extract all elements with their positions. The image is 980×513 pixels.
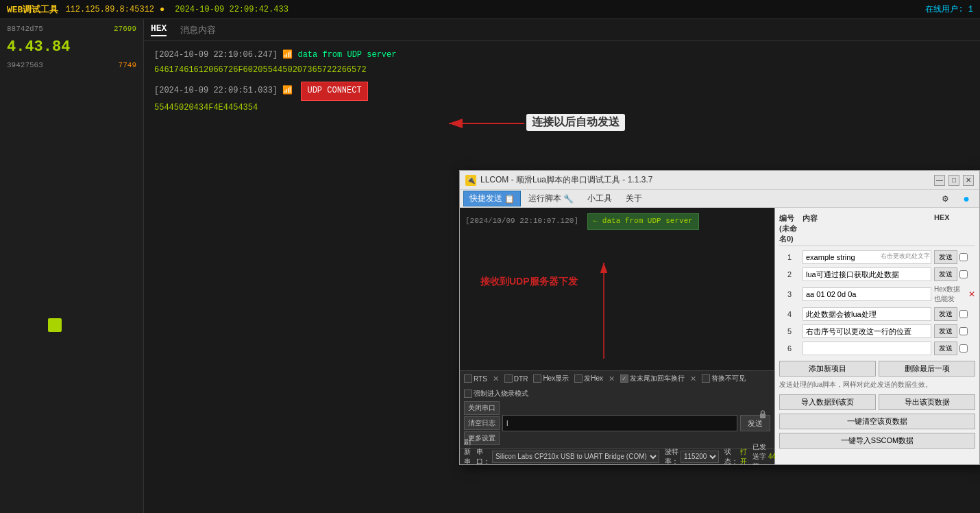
- clear-log-button[interactable]: 清空日志: [464, 416, 500, 430]
- cb-no-return[interactable]: ✓ 发末尾加回车换行: [620, 374, 685, 383]
- export-data-button[interactable]: 导出该页数据: [879, 394, 975, 410]
- terminal-line-1: [2024/10/09 22:10:07.120] ← data from UD…: [465, 213, 769, 230]
- remove-last-button[interactable]: 删除最后一项: [879, 361, 975, 377]
- script-icon: 🔧: [563, 194, 574, 204]
- qs-num-5: 5: [779, 327, 800, 335]
- qs-input-2[interactable]: [803, 267, 931, 281]
- add-item-button[interactable]: 添加新项目: [779, 361, 876, 377]
- qs-send-btn-6[interactable]: 发送: [934, 342, 957, 355]
- dialog-title-left: 🔌 LLCOM - 顺滑Lua脚本的串口调试工具 - 1.1.3.7: [465, 174, 652, 186]
- x-separator2: ✕: [609, 374, 615, 383]
- content-area: HEX 消息内容 [2024-10-09 22:10:06.247] 📶 dat…: [144, 19, 980, 513]
- qs-input-3[interactable]: [803, 287, 931, 301]
- dialog-body: [2024/10/09 22:10:07.120] ← data from UD…: [460, 208, 979, 464]
- qs-num-3: 3: [779, 290, 800, 298]
- qs-x-btn-3[interactable]: ✕: [968, 289, 975, 299]
- qs-send-btn-1[interactable]: 发送: [934, 250, 957, 264]
- cb-send-hex[interactable]: 发Hex: [574, 374, 603, 383]
- menu-quick-send[interactable]: 快捷发送 📋: [463, 191, 521, 206]
- msg-line-1: [2024-10-09 22:10:06.247] 📶 data from UD…: [154, 48, 970, 63]
- menu-about-label: 关于: [626, 193, 642, 204]
- no-return-checkbox[interactable]: ✓: [620, 374, 628, 383]
- send-hex-checkbox[interactable]: [574, 374, 583, 383]
- cb-no-replace[interactable]: 替换不可见: [702, 374, 746, 383]
- clipboard-icon: 📋: [504, 194, 515, 204]
- qs-hex-check-4[interactable]: [959, 310, 968, 318]
- terminal-data-1: ← data from UDP server: [587, 213, 699, 230]
- menu-settings[interactable]: ⚙: [935, 192, 955, 206]
- dialog-titlebar: 🔌 LLCOM - 顺滑Lua脚本的串口调试工具 - 1.1.3.7 — □ ✕: [460, 171, 979, 190]
- tab-hex[interactable]: HEX: [151, 23, 167, 36]
- qs-row-1: 1 右击更改此处文字 发送: [779, 250, 975, 265]
- qs-input-4[interactable]: [803, 307, 931, 321]
- qs-hex-check-6[interactable]: [959, 344, 968, 353]
- svg-rect-5: [761, 411, 765, 414]
- qs-row-4: 4 发送: [779, 307, 975, 322]
- x-separator3: ✕: [690, 374, 696, 383]
- cb-rts[interactable]: RTS: [464, 374, 487, 383]
- udp-connect-badge: UDP CONNECT: [301, 82, 367, 101]
- qs-send-btn-5[interactable]: 发送: [934, 324, 957, 338]
- qs-send-area-5: 发送: [934, 324, 975, 338]
- status-baud: 波特率： 115200: [665, 447, 719, 465]
- cb-hex-show[interactable]: Hex显示: [533, 374, 569, 383]
- maximize-button[interactable]: □: [948, 175, 959, 186]
- status-state: 状态： 打开: [724, 447, 747, 465]
- no-replace-checkbox[interactable]: [702, 374, 710, 383]
- dtr-checkbox[interactable]: [504, 374, 513, 383]
- state-label: 状态：: [724, 447, 738, 465]
- qs-send-area-6: 发送: [934, 342, 975, 355]
- baud-select[interactable]: 115200: [681, 451, 719, 463]
- annotation-bottom: 接收到UDP服务器下发: [480, 276, 578, 288]
- close-port-button[interactable]: 关闭串口: [464, 401, 500, 415]
- qs-row-6: 6 发送: [779, 341, 975, 356]
- no-replace-label: 替换不可见: [711, 374, 746, 383]
- qs-hex-check-2[interactable]: [959, 270, 968, 278]
- clear-data-button[interactable]: 一键清空该页数据: [779, 414, 975, 429]
- dialog-controls[interactable]: — □ ✕: [934, 175, 974, 186]
- qs-send-area-1: 发送: [934, 250, 975, 264]
- tab-messages[interactable]: 消息内容: [180, 24, 216, 36]
- sscom-import-button[interactable]: 一键导入SSCOM数据: [779, 433, 975, 449]
- message-content: [2024-10-09 22:10:06.247] 📶 data from UD…: [144, 41, 980, 122]
- hex-show-checkbox[interactable]: [533, 374, 541, 383]
- force-mode-checkbox[interactable]: [464, 390, 472, 398]
- status-refresh[interactable]: 刷新串口: [464, 438, 471, 465]
- menu-tools[interactable]: 小工具: [581, 191, 618, 206]
- qs-input-6[interactable]: [803, 342, 931, 355]
- qs-hex-label-3: Hex数据也能发: [934, 285, 966, 304]
- sidebar-green-indicator: [48, 318, 62, 332]
- rts-checkbox[interactable]: [464, 374, 472, 383]
- qs-send-area-3: Hex数据也能发 ✕: [934, 285, 975, 304]
- status-port: 串口： Silicon Labs CP210x USB to UART Brid…: [476, 447, 659, 465]
- main-layout: 88742d75 27699 4.43.84 39427563 7749 HEX…: [0, 19, 980, 513]
- qs-hex-check-5[interactable]: [959, 327, 968, 335]
- qs-col-num: 编号 (未命名0): [779, 213, 800, 244]
- force-mode-label: 强制进入烧录模式: [474, 389, 528, 398]
- qs-hex-check-1[interactable]: [959, 253, 968, 261]
- close-button[interactable]: ✕: [963, 175, 974, 186]
- cb-force-mode[interactable]: 强制进入烧录模式: [464, 389, 528, 398]
- quick-send-panel: 编号 (未命名0) 内容 HEX 1 右击更改此处文字 发送: [775, 208, 979, 464]
- qs-input-5[interactable]: [803, 324, 931, 338]
- import-data-button[interactable]: 导入数据到该页: [779, 394, 876, 410]
- sidebar: 88742d75 27699 4.43.84 39427563 7749: [0, 19, 144, 513]
- cb-dtr[interactable]: DTR: [504, 374, 528, 383]
- terminal-ts-1: [2024/10/09 22:10:07.120]: [465, 217, 578, 225]
- terminal-input[interactable]: [502, 415, 737, 431]
- qs-header: 编号 (未命名0) 内容 HEX: [779, 212, 975, 246]
- message-tabs: HEX 消息内容: [144, 19, 980, 41]
- llcom-icon: 🔌: [465, 175, 476, 186]
- menu-run-script[interactable]: 运行脚本 🔧: [522, 191, 580, 206]
- menu-about[interactable]: 关于: [620, 191, 648, 206]
- qs-send-btn-2[interactable]: 发送: [934, 267, 957, 281]
- app-ip: 112.125.89.8:45312: [65, 5, 154, 14]
- app-datetime: 2024-10-09 22:09:42.433: [175, 5, 289, 14]
- dot-indicator: ●: [160, 5, 164, 14]
- port-select[interactable]: Silicon Labs CP210x USB to UART Bridge (…: [492, 451, 659, 463]
- qs-row-2: 2 发送: [779, 267, 975, 282]
- minimize-button[interactable]: —: [934, 175, 945, 186]
- qs-col-hex: HEX: [934, 213, 975, 244]
- hex-show-label: Hex显示: [543, 374, 569, 383]
- qs-send-btn-4[interactable]: 发送: [934, 307, 957, 321]
